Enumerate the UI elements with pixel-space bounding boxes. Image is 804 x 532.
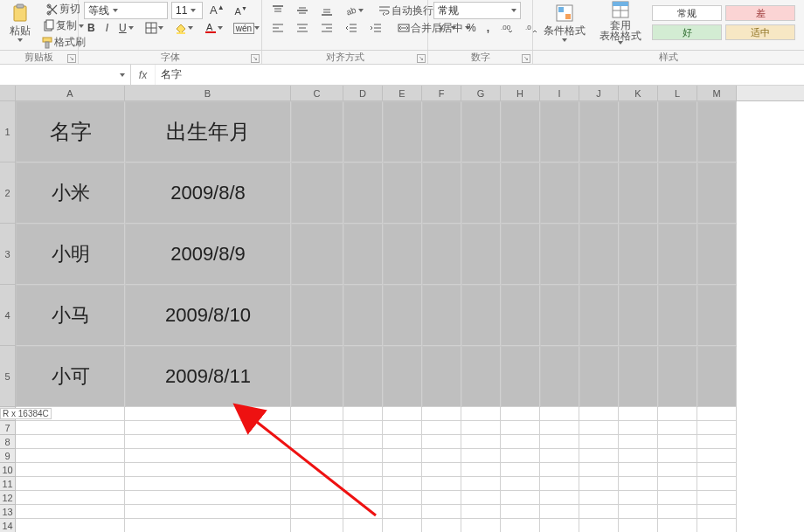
cell-L9[interactable]: [658, 449, 697, 463]
cell-F4[interactable]: [422, 285, 461, 346]
cell-B8[interactable]: [125, 435, 291, 449]
cell-G2[interactable]: [461, 162, 501, 224]
cell-H13[interactable]: [501, 505, 540, 519]
column-header-G[interactable]: G: [461, 86, 501, 100]
cell-K7[interactable]: [619, 421, 658, 435]
cell-E14[interactable]: [383, 519, 422, 532]
cell-E8[interactable]: [383, 435, 422, 449]
cell-D13[interactable]: [343, 505, 383, 519]
cell-G11[interactable]: [461, 477, 501, 491]
cell-I10[interactable]: [540, 463, 579, 477]
column-header-F[interactable]: F: [422, 86, 461, 100]
increase-font-button[interactable]: A▲: [206, 2, 228, 19]
percent-button[interactable]: %: [463, 19, 480, 37]
cell-J6[interactable]: [579, 407, 619, 421]
cell-A10[interactable]: [16, 463, 125, 477]
cell-H14[interactable]: [501, 519, 540, 532]
column-header-M[interactable]: M: [697, 86, 737, 100]
cell-J2[interactable]: [579, 162, 619, 224]
cell-M10[interactable]: [697, 463, 737, 477]
cell-M14[interactable]: [697, 519, 737, 532]
cell-I6[interactable]: [540, 407, 579, 421]
cell-B2[interactable]: 2009/8/8: [125, 162, 291, 224]
cell-M13[interactable]: [697, 505, 737, 519]
cell-J14[interactable]: [579, 519, 619, 532]
cell-J13[interactable]: [579, 505, 619, 519]
cell-B7[interactable]: [125, 421, 291, 435]
cell-B11[interactable]: [125, 477, 291, 491]
formula-input[interactable]: 名字: [156, 65, 804, 85]
cell-L8[interactable]: [658, 435, 697, 449]
cell-G14[interactable]: [461, 519, 501, 532]
cell-F9[interactable]: [422, 449, 461, 463]
cell-I1[interactable]: [540, 101, 579, 162]
cell-D11[interactable]: [343, 477, 383, 491]
cell-L13[interactable]: [658, 505, 697, 519]
style-good[interactable]: 好: [652, 24, 722, 40]
cell-B3[interactable]: 2009/8/9: [125, 224, 291, 285]
cell-I8[interactable]: [540, 435, 579, 449]
cell-M12[interactable]: [697, 491, 737, 505]
italic-button[interactable]: I: [102, 19, 112, 37]
cell-L14[interactable]: [658, 519, 697, 532]
cell-A1[interactable]: 名字: [16, 101, 125, 162]
cell-A11[interactable]: [16, 477, 125, 491]
cell-M2[interactable]: [697, 162, 737, 224]
cell-H6[interactable]: [501, 407, 540, 421]
cell-E7[interactable]: [383, 421, 422, 435]
row-header-8[interactable]: 8: [0, 435, 16, 449]
cell-M5[interactable]: [697, 346, 737, 407]
cell-L6[interactable]: [658, 407, 697, 421]
cell-J10[interactable]: [579, 463, 619, 477]
cell-I9[interactable]: [540, 449, 579, 463]
row-header-13[interactable]: 13: [0, 505, 16, 519]
cell-D7[interactable]: [343, 421, 383, 435]
cell-C10[interactable]: [291, 463, 343, 477]
cell-B6[interactable]: [125, 407, 291, 421]
cell-F1[interactable]: [422, 101, 461, 162]
cell-G1[interactable]: [461, 101, 501, 162]
cell-I2[interactable]: [540, 162, 579, 224]
cell-D12[interactable]: [343, 491, 383, 505]
cell-L10[interactable]: [658, 463, 697, 477]
select-all-corner[interactable]: [0, 86, 16, 100]
cell-M1[interactable]: [697, 101, 737, 162]
column-header-H[interactable]: H: [501, 86, 540, 100]
cell-K1[interactable]: [619, 101, 658, 162]
cell-G9[interactable]: [461, 449, 501, 463]
row-header-12[interactable]: 12: [0, 491, 16, 505]
cell-D9[interactable]: [343, 449, 383, 463]
cell-L12[interactable]: [658, 491, 697, 505]
cell-K12[interactable]: [619, 491, 658, 505]
cell-C12[interactable]: [291, 491, 343, 505]
number-format-select[interactable]: 常规: [433, 2, 521, 19]
style-bad[interactable]: 差: [725, 5, 795, 21]
cell-G13[interactable]: [461, 505, 501, 519]
cell-J9[interactable]: [579, 449, 619, 463]
cell-E10[interactable]: [383, 463, 422, 477]
cell-M8[interactable]: [697, 435, 737, 449]
cell-F3[interactable]: [422, 224, 461, 285]
cell-J3[interactable]: [579, 224, 619, 285]
align-top-button[interactable]: [267, 2, 288, 19]
increase-indent-button[interactable]: [365, 19, 386, 37]
align-right-button[interactable]: [316, 19, 337, 37]
cell-H5[interactable]: [501, 346, 540, 407]
cell-E9[interactable]: [383, 449, 422, 463]
cell-C13[interactable]: [291, 505, 343, 519]
row-header-3[interactable]: 3: [0, 224, 16, 285]
cell-B5[interactable]: 2009/8/11: [125, 346, 291, 407]
style-normal[interactable]: 常规: [652, 5, 722, 21]
cell-G3[interactable]: [461, 224, 501, 285]
cell-H11[interactable]: [501, 477, 540, 491]
cell-B10[interactable]: [125, 463, 291, 477]
cell-C14[interactable]: [291, 519, 343, 532]
cell-C7[interactable]: [291, 421, 343, 435]
cell-F12[interactable]: [422, 491, 461, 505]
cell-M7[interactable]: [697, 421, 737, 435]
column-header-A[interactable]: A: [16, 86, 125, 100]
cell-E12[interactable]: [383, 491, 422, 505]
cell-L2[interactable]: [658, 162, 697, 224]
cell-G10[interactable]: [461, 463, 501, 477]
cell-H3[interactable]: [501, 224, 540, 285]
